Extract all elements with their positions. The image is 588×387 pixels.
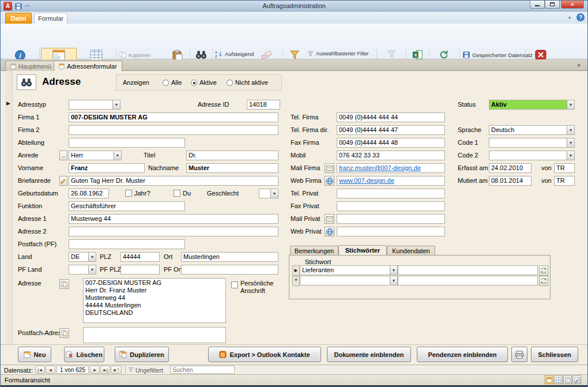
geschlecht-combobox[interactable]: ▼ xyxy=(259,189,278,198)
anrede-more-button[interactable]: .. xyxy=(59,151,67,160)
form-view-toggle[interactable] xyxy=(545,375,553,384)
previous-record-button[interactable]: ◄ xyxy=(46,366,55,374)
sprache-combobox[interactable]: Deutsch▼ xyxy=(489,125,575,135)
first-record-button[interactable]: |◄ xyxy=(35,366,45,374)
new-record-button[interactable]: ►* xyxy=(111,366,122,374)
radio-alle[interactable] xyxy=(163,80,169,86)
mail-firma-link[interactable]: franz.muster@007-design.de xyxy=(339,164,421,171)
briefanrede-field[interactable]: Guten Tag Herr Dr. Muster xyxy=(69,176,278,186)
chevron-down-icon[interactable]: ▼ xyxy=(270,189,278,198)
chevron-down-icon[interactable]: ▼ xyxy=(567,100,574,109)
adresstyp-combobox[interactable]: ▼ xyxy=(69,100,120,110)
tab-hauptmenu[interactable]: Hauptmenü xyxy=(5,61,56,72)
erfasst-von-field[interactable]: TR xyxy=(554,163,575,173)
stichwort-combobox[interactable]: Lieferanten▼ xyxy=(300,265,398,275)
tel-privat-field[interactable] xyxy=(337,189,445,198)
chevron-down-icon[interactable]: ▼ xyxy=(390,276,397,285)
grid-new-row-selector[interactable]: * xyxy=(292,276,300,286)
adresse-block-field[interactable]: 007-DESIGN MUSTER AG Herr Dr. Franz Must… xyxy=(83,278,226,323)
code2-combobox[interactable]: ▼ xyxy=(489,151,575,160)
vorname-field[interactable]: Franz xyxy=(69,163,145,173)
stichwort-new-extra-field[interactable] xyxy=(398,276,538,285)
erfasst-am-field[interactable]: 24.02.2010 xyxy=(489,163,532,173)
plz-field[interactable]: 44444 xyxy=(120,252,160,262)
tel-firma-field[interactable]: 0049 (0)4444 444 44 xyxy=(337,112,445,122)
mutiert-am-field[interactable]: 08.01.2014 xyxy=(489,176,532,186)
adresse2-field[interactable] xyxy=(69,227,278,236)
subtab-kundendaten[interactable]: Kundendaten xyxy=(387,246,435,256)
firma2-field[interactable] xyxy=(69,125,278,135)
row-action-icon[interactable] xyxy=(539,276,548,286)
stichwort-extra-field[interactable] xyxy=(398,265,538,275)
firma1-field[interactable]: 007-DESIGN MUSTER AG xyxy=(69,112,278,122)
persoenliche-anschrift-checkbox[interactable] xyxy=(231,281,238,288)
tab-datei[interactable]: Datei xyxy=(5,13,32,24)
funktion-field[interactable]: Geschäftsführer xyxy=(69,201,185,211)
qat-undo-icon[interactable] xyxy=(24,2,32,10)
datasheet-view-toggle[interactable] xyxy=(554,375,563,384)
code1-combobox[interactable]: ▼ xyxy=(489,138,575,148)
qat-save-icon[interactable] xyxy=(14,2,22,10)
abteilung-field[interactable] xyxy=(69,138,185,148)
export-outlook-button[interactable]: O Export > Outlook Kontakte xyxy=(208,347,321,362)
gespeicherter-datensatz-button[interactable]: Gespeicherter Datensatz ▾ xyxy=(463,50,537,59)
access-app-icon[interactable]: A xyxy=(3,2,12,10)
duplizieren-button[interactable]: Duplizieren xyxy=(115,347,169,362)
chevron-down-icon[interactable]: ▼ xyxy=(88,265,96,274)
chevron-down-icon[interactable]: ▼ xyxy=(567,138,574,147)
radio-aktive[interactable] xyxy=(191,80,197,86)
chevron-down-icon[interactable]: ▼ xyxy=(88,253,96,261)
maximize-button[interactable] xyxy=(545,1,560,9)
tel-firma-dir-field[interactable]: 0049 (0)4444 444 47 xyxy=(337,125,445,135)
edit-pencil-icon[interactable] xyxy=(59,176,67,186)
pf-ort-field[interactable] xyxy=(181,265,278,275)
close-form-icon[interactable]: × xyxy=(577,62,581,69)
pf-plz-field[interactable] xyxy=(120,265,160,275)
chevron-down-icon[interactable]: ▼ xyxy=(114,151,121,160)
minimize-button[interactable] xyxy=(530,1,545,9)
copy-address-icon[interactable] xyxy=(59,279,69,289)
chevron-down-icon[interactable]: ▼ xyxy=(112,100,120,109)
globe-icon[interactable] xyxy=(325,227,334,236)
adresse-id-field[interactable]: 14018 xyxy=(247,100,280,110)
stichwort-new-combobox[interactable]: ▼ xyxy=(300,276,398,285)
neu-button[interactable]: Neu xyxy=(18,347,51,362)
auswahlbasierter-filter-button[interactable]: Auswahlbasierter Filter xyxy=(307,49,369,58)
schliessen-button[interactable]: Schliessen xyxy=(531,347,578,362)
loeschen-button[interactable]: Löschen xyxy=(64,347,104,362)
chevron-down-icon[interactable]: ▼ xyxy=(390,266,397,275)
close-button[interactable]: × xyxy=(561,1,584,9)
record-position[interactable]: 1 von 625 xyxy=(56,366,89,374)
pendenzen-einblenden-button[interactable]: Pendenzen einblenden xyxy=(417,347,508,362)
layout-view-toggle[interactable] xyxy=(563,375,572,384)
mail-icon[interactable] xyxy=(325,214,334,224)
postfach-field[interactable] xyxy=(69,239,185,249)
web-firma-field[interactable]: www.007-design.de xyxy=(337,176,445,186)
dokumente-einblenden-button[interactable]: Dokumente einblenden xyxy=(327,347,411,362)
mobil-field[interactable]: 076 432 33 33 xyxy=(337,151,445,160)
chevron-down-icon[interactable]: ▼ xyxy=(567,151,574,160)
mail-privat-field[interactable] xyxy=(337,214,445,224)
chevron-down-icon[interactable]: ▼ xyxy=(567,126,574,134)
subtab-stichwoerter[interactable]: Stichwörter xyxy=(338,245,387,256)
web-privat-field[interactable] xyxy=(337,227,445,236)
address-search-button[interactable] xyxy=(17,74,36,90)
fax-firma-field[interactable]: 0049 (0)4444 444 48 xyxy=(337,138,445,148)
tab-formular[interactable]: Formular xyxy=(34,13,67,24)
record-search-input[interactable] xyxy=(170,366,235,374)
filter-state-label[interactable]: Ungefiltert xyxy=(135,367,163,374)
grid-row-selector[interactable]: ▶ xyxy=(292,265,300,276)
status-combobox[interactable]: Aktiv▼ xyxy=(489,100,575,110)
pf-land-combobox[interactable]: ▼ xyxy=(69,265,96,275)
row-action-icon[interactable] xyxy=(539,265,548,276)
land-combobox[interactable]: DE▼ xyxy=(69,252,96,262)
mail-icon[interactable] xyxy=(325,163,334,173)
design-view-toggle[interactable] xyxy=(572,375,581,384)
tab-adressenformular[interactable]: Adressenformular xyxy=(54,61,122,72)
subtab-bemerkungen[interactable]: Bemerkungen xyxy=(290,246,338,256)
fax-privat-field[interactable] xyxy=(337,201,445,211)
mail-firma-field[interactable]: franz.muster@007-design.de xyxy=(337,163,445,173)
radio-nicht-aktive[interactable] xyxy=(227,80,233,86)
next-record-button[interactable]: ► xyxy=(90,366,100,374)
adresse1-field[interactable]: Musterweg 44 xyxy=(69,214,278,224)
